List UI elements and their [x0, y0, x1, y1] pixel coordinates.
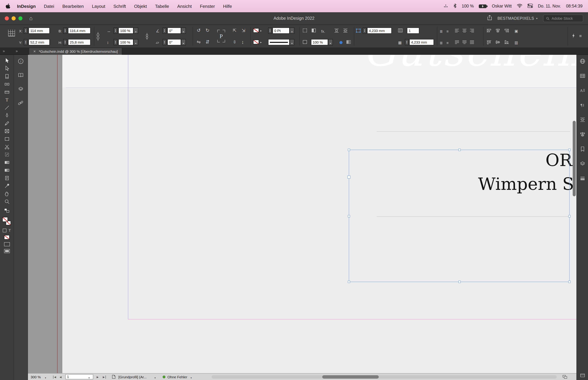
direct-selection-tool[interactable]	[2, 65, 11, 73]
last-page-button[interactable]: ▶	[103, 376, 106, 379]
align-center-text-icon[interactable]	[462, 29, 467, 34]
align-objects-left-icon[interactable]	[487, 29, 491, 34]
menubar-date[interactable]: Do. 11. Nov.	[538, 4, 561, 8]
layers-panel-icon[interactable]	[18, 86, 24, 94]
selection-tool[interactable]	[2, 57, 11, 65]
scissors-tool[interactable]	[2, 143, 11, 151]
zoom-window-button[interactable]	[18, 16, 22, 20]
rotate-cw-icon[interactable]: ↻	[206, 28, 209, 33]
free-transform-tool[interactable]	[2, 151, 11, 158]
align-objects-center-icon[interactable]	[495, 29, 500, 34]
content-collector-tool[interactable]	[2, 88, 11, 96]
rectangle-tool[interactable]	[2, 135, 11, 143]
menubar-clock[interactable]: 08:54:39	[566, 4, 583, 8]
decorative-rule-top[interactable]	[377, 131, 570, 132]
frame-handle-top-right[interactable]	[568, 149, 571, 151]
panel-menu-icon[interactable]: ≡	[579, 34, 582, 38]
pen-tool[interactable]	[2, 112, 11, 119]
book-panel-icon[interactable]	[18, 72, 24, 80]
horizontal-scrollbar-thumb[interactable]	[322, 375, 379, 379]
text-out-port[interactable]	[347, 175, 350, 179]
wrap-around-icon[interactable]	[343, 29, 348, 34]
fit-content-icon[interactable]: ⇱	[233, 28, 236, 33]
rotation-stepper[interactable]	[163, 28, 166, 34]
bleed-guide[interactable]	[57, 55, 57, 373]
effects-label[interactable]: fx.	[321, 29, 325, 34]
fill-proxy-swatch[interactable]	[2, 217, 8, 222]
menu-schrift[interactable]: Schrift	[109, 3, 130, 9]
corner-options-icon[interactable]	[312, 29, 316, 32]
view-normal-icon[interactable]	[4, 242, 10, 246]
shear-stepper[interactable]	[163, 39, 166, 45]
swatches-panel-icon[interactable]	[579, 73, 586, 80]
screen-mode-icon[interactable]	[4, 249, 10, 253]
pages-panel-icon[interactable]	[579, 146, 586, 153]
paragraph-styles-quick-icon[interactable]: ≣	[440, 40, 443, 45]
first-page-button[interactable]: ◀	[53, 376, 56, 379]
document-canvas[interactable]: Gutschein OR Wimpern S	[28, 55, 576, 373]
gradient-feather-tool[interactable]	[2, 166, 11, 174]
vertical-scrollbar-thumb[interactable]	[573, 121, 576, 196]
zoom-level[interactable]: 300 %	[31, 375, 41, 379]
home-icon[interactable]: ⌂	[29, 15, 33, 21]
split-window-icon[interactable]	[563, 375, 567, 380]
script-headline-text[interactable]: Gutschein	[363, 55, 576, 75]
gradient-swatch-tool[interactable]	[2, 158, 11, 166]
links-panel-icon[interactable]	[18, 100, 24, 108]
x-position-field[interactable]: 114 mm	[29, 28, 50, 34]
center-content-icon[interactable]: ⇳	[233, 40, 236, 45]
text-wrap-panel-icon[interactable]	[579, 117, 586, 124]
stroke-type-dropdown[interactable]	[290, 39, 294, 45]
fit-frame-icon[interactable]: ⇲	[242, 28, 245, 33]
height-stepper[interactable]	[63, 39, 67, 45]
fill-stroke-proxy[interactable]	[2, 217, 11, 226]
user-name[interactable]: Oskar Witt	[492, 4, 512, 8]
page-dropdown-icon[interactable]	[89, 375, 90, 379]
align-panel-icon[interactable]	[579, 131, 586, 139]
scale-x-stepper[interactable]	[114, 28, 117, 34]
fill-swatch[interactable]	[253, 28, 259, 33]
character-styles-quick-icon[interactable]: ≡	[446, 40, 449, 45]
bottom-margin-guide[interactable]	[128, 319, 576, 320]
bullet-list-icon[interactable]: ≣	[440, 29, 443, 34]
hand-tool[interactable]	[2, 190, 11, 198]
quick-apply-icon[interactable]	[572, 33, 575, 39]
stroke-swatch[interactable]	[253, 40, 259, 44]
scale-x-field[interactable]: 100 %	[118, 28, 133, 34]
horizontal-scrollbar-track[interactable]	[212, 375, 557, 379]
align-objects-top-icon[interactable]	[487, 40, 491, 45]
menu-ansicht[interactable]: Ansicht	[173, 3, 196, 9]
menu-indesign[interactable]: InDesign	[13, 3, 40, 9]
stroke-flyout-icon[interactable]: ▸	[260, 41, 262, 44]
adobe-stock-search[interactable]	[543, 15, 583, 22]
control-center-icon[interactable]	[527, 3, 533, 9]
menu-fenster[interactable]: Fenster	[196, 3, 219, 9]
justify-left-icon[interactable]	[455, 40, 459, 45]
fill-flyout-icon[interactable]: ▸	[260, 29, 262, 32]
wifi-icon[interactable]	[517, 3, 522, 9]
scale-y-dropdown[interactable]	[133, 39, 138, 45]
stroke-type-preview[interactable]	[268, 39, 290, 45]
character-styles-panel-icon[interactable]: A	[579, 87, 586, 95]
y-position-field[interactable]: 52,2 mm	[29, 39, 50, 45]
frame-handle-top-center[interactable]	[458, 149, 461, 151]
frame-handle-bottom-left[interactable]	[348, 281, 350, 283]
frame-handle-top-left[interactable]	[348, 149, 350, 151]
width-field[interactable]: 116,4 mm	[68, 28, 91, 34]
preflight-status-dropdown-icon[interactable]	[190, 375, 192, 379]
next-page-button[interactable]: ▶	[97, 376, 99, 379]
rotation-field[interactable]: 0°	[167, 28, 181, 34]
constrain-dimensions-icon[interactable]	[96, 32, 100, 42]
scale-y-stepper[interactable]	[114, 39, 117, 45]
zoom-tool[interactable]	[2, 198, 11, 206]
default-fill-stroke-icon[interactable]	[4, 208, 10, 214]
apply-none-button[interactable]	[4, 235, 10, 240]
info-panel-icon[interactable]: i	[18, 58, 24, 66]
cc-libraries-panel-icon[interactable]	[579, 58, 586, 66]
justify-all-icon[interactable]	[470, 40, 474, 45]
stroke-weight-dropdown[interactable]	[290, 28, 294, 34]
search-input[interactable]	[551, 16, 580, 20]
share-icon[interactable]	[487, 15, 492, 22]
reference-point-proxy[interactable]	[8, 30, 15, 37]
left-margin-guide[interactable]	[128, 55, 128, 319]
